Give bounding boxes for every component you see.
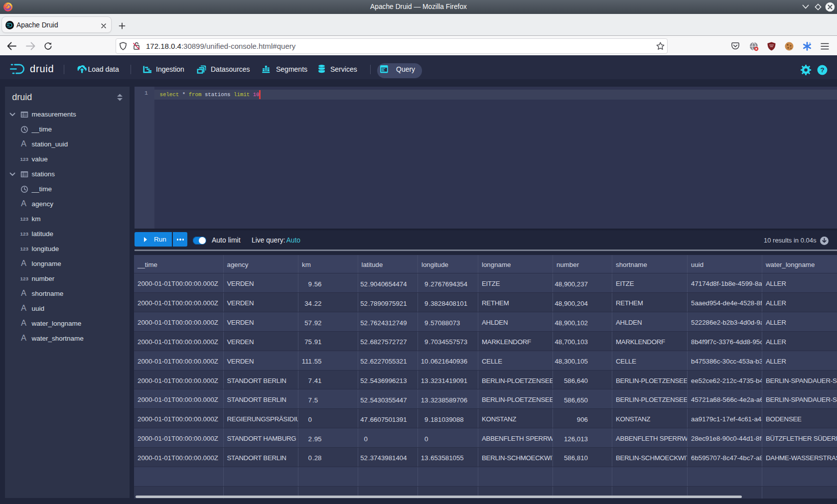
- svg-text:?: ?: [820, 66, 824, 74]
